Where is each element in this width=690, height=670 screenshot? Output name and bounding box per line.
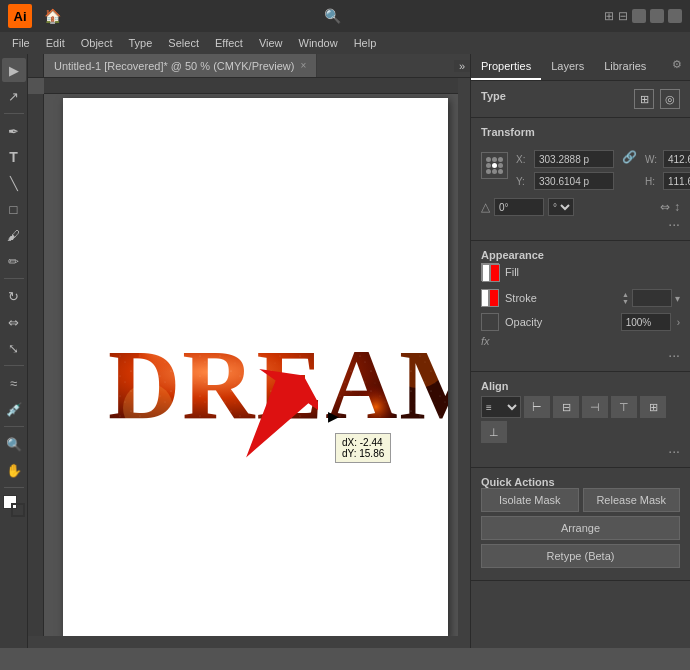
stroke-dropdown-btn[interactable]: ▾ — [675, 293, 680, 304]
menu-type[interactable]: Type — [121, 35, 161, 51]
tab-properties[interactable]: Properties — [471, 54, 541, 80]
angle-input[interactable] — [494, 198, 544, 216]
menu-select[interactable]: Select — [160, 35, 207, 51]
stroke-arrows[interactable]: ▲ ▼ — [622, 291, 629, 305]
stroke-color-box[interactable] — [632, 289, 672, 307]
select-tool[interactable]: ▶ — [2, 58, 26, 82]
pencil-tool[interactable]: ✏ — [2, 249, 26, 273]
canvas-area[interactable]: DREAMS — [28, 78, 470, 648]
menu-window[interactable]: Window — [291, 35, 346, 51]
scroll-vertical[interactable] — [458, 78, 470, 648]
retype-btn[interactable]: Retype (Beta) — [481, 544, 680, 568]
release-mask-btn[interactable]: Release Mask — [583, 488, 681, 512]
close-btn[interactable] — [668, 9, 682, 23]
arrange-btn[interactable]: Arrange — [481, 516, 680, 540]
type-indicator: ⊞ ◎ — [634, 89, 680, 109]
proportional-lock[interactable]: 🔗 — [622, 150, 637, 164]
tab-close-btn[interactable]: × — [300, 60, 306, 71]
panel-settings-btn[interactable]: ⚙ — [664, 54, 690, 80]
type-tool[interactable]: T — [2, 145, 26, 169]
scale-tool[interactable]: ⤡ — [2, 336, 26, 360]
angle-dropdown[interactable]: ° — [548, 198, 574, 216]
opacity-input[interactable] — [621, 313, 671, 331]
scroll-horizontal[interactable] — [28, 636, 470, 648]
transform-w-row: W: — [645, 150, 690, 168]
h-input[interactable] — [663, 172, 690, 190]
position-reference-icon[interactable] — [481, 152, 508, 179]
fill-stroke-selector[interactable] — [3, 495, 25, 517]
align-dropdown[interactable]: ≡ — [481, 396, 521, 418]
opacity-row: Opacity › — [481, 313, 680, 331]
hand-tool[interactable]: ✋ — [2, 458, 26, 482]
line-tool[interactable]: ╲ — [2, 171, 26, 195]
menu-edit[interactable]: Edit — [38, 35, 73, 51]
appearance-more[interactable]: ··· — [481, 347, 680, 363]
flip-h-icon[interactable]: ⇔ — [660, 200, 670, 214]
appearance-section: Appearance Fill Stroke ▲ — [471, 241, 690, 372]
menu-home-icon[interactable]: 🏠 — [44, 8, 61, 24]
warp-tool[interactable]: ≈ — [2, 371, 26, 395]
paintbrush-tool[interactable]: 🖌 — [2, 223, 26, 247]
maximize-btn[interactable] — [650, 9, 664, 23]
pen-tool[interactable]: ✒ — [2, 119, 26, 143]
isolate-mask-btn[interactable]: Isolate Mask — [481, 488, 579, 512]
stroke-row: Stroke ▲ ▼ ▾ — [481, 287, 680, 309]
mask-buttons-row: Isolate Mask Release Mask — [481, 488, 680, 512]
stroke-swatch[interactable] — [481, 289, 499, 307]
mirror-tool[interactable]: ⇔ — [2, 310, 26, 334]
rotate-tool[interactable]: ↻ — [2, 284, 26, 308]
align-more[interactable]: ··· — [481, 443, 680, 459]
toolbar-separator-5 — [4, 487, 24, 488]
menu-help[interactable]: Help — [346, 35, 385, 51]
zoom-tool[interactable]: 🔍 — [2, 432, 26, 456]
minimize-btn[interactable] — [632, 9, 646, 23]
appearance-header: Appearance — [481, 249, 544, 261]
grid-icon[interactable]: ⊞ — [604, 9, 614, 23]
menu-bar: File Edit Object Type Select Effect View… — [0, 32, 690, 54]
type-icon-2[interactable]: ◎ — [660, 89, 680, 109]
expand-icon[interactable]: ⊟ — [618, 9, 628, 23]
y-label: Y: — [516, 176, 530, 187]
toolbar-separator-4 — [4, 426, 24, 427]
menu-effect[interactable]: Effect — [207, 35, 251, 51]
x-input[interactable] — [534, 150, 614, 168]
tab-libraries[interactable]: Libraries — [594, 54, 656, 80]
type-section: Type ⊞ ◎ — [471, 81, 690, 118]
angle-row: △ ° ⇔ ↕ — [481, 198, 680, 216]
eyedropper-tool[interactable]: 💉 — [2, 397, 26, 421]
cursor-indicator: ▶ — [328, 408, 339, 424]
y-input[interactable] — [534, 172, 614, 190]
search-icon[interactable]: 🔍 — [324, 8, 341, 24]
tab-layers[interactable]: Layers — [541, 54, 594, 80]
document-tab[interactable]: Untitled-1 [Recovered]* @ 50 % (CMYK/Pre… — [44, 54, 317, 77]
fx-row: fx — [481, 335, 680, 347]
document-area: Untitled-1 [Recovered]* @ 50 % (CMYK/Pre… — [28, 54, 470, 648]
quick-actions-section: Quick Actions Isolate Mask Release Mask … — [471, 468, 690, 581]
tab-title: Untitled-1 [Recovered]* @ 50 % (CMYK/Pre… — [54, 60, 294, 72]
opacity-chevron[interactable]: › — [677, 317, 680, 328]
menu-file[interactable]: File — [4, 35, 38, 51]
opacity-swatch — [481, 313, 499, 331]
align-top-btn[interactable]: ⊤ — [611, 396, 637, 418]
panel-tabs: Properties Layers Libraries ⚙ — [471, 54, 690, 81]
direct-select-tool[interactable]: ↗ — [2, 84, 26, 108]
transform-y-row: Y: — [516, 172, 614, 190]
fill-swatch[interactable] — [481, 263, 499, 281]
w-input[interactable] — [663, 150, 690, 168]
fx-label[interactable]: fx — [481, 335, 490, 347]
panel-collapse-btn[interactable]: » — [454, 60, 470, 72]
menu-object[interactable]: Object — [73, 35, 121, 51]
quick-actions-header: Quick Actions — [481, 476, 555, 488]
align-center-h-btn[interactable]: ⊟ — [553, 396, 579, 418]
transform-more[interactable]: ··· — [481, 216, 680, 232]
flip-v-icon[interactable]: ↕ — [674, 200, 680, 214]
menu-view[interactable]: View — [251, 35, 291, 51]
align-bottom-btn[interactable]: ⊥ — [481, 421, 507, 443]
align-right-btn[interactable]: ⊣ — [582, 396, 608, 418]
stroke-label: Stroke — [505, 292, 616, 304]
shape-tool[interactable]: □ — [2, 197, 26, 221]
type-icon-1[interactable]: ⊞ — [634, 89, 654, 109]
align-center-v-btn[interactable]: ⊞ — [640, 396, 666, 418]
x-label: X: — [516, 154, 530, 165]
align-left-btn[interactable]: ⊢ — [524, 396, 550, 418]
